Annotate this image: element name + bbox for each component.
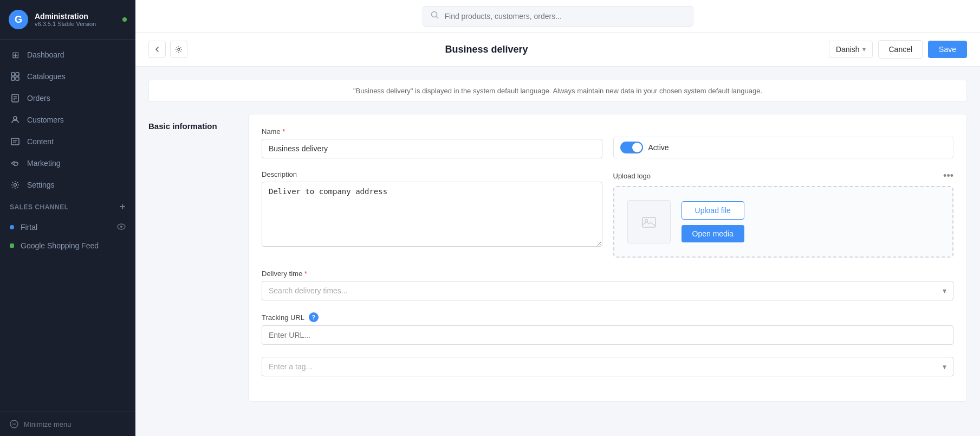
- image-preview: [627, 200, 671, 243]
- channel-label: Google Shopping Feed: [21, 241, 99, 250]
- sidebar-item-label: Content: [27, 137, 54, 146]
- sidebar-item-label: Customers: [27, 116, 64, 124]
- tag-dropdown[interactable]: Enter a tag... ▾: [262, 357, 953, 376]
- sidebar-item-customers[interactable]: Customers: [0, 109, 135, 131]
- minimize-label: Minimize menu: [24, 420, 71, 428]
- upload-file-button[interactable]: Upload file: [682, 201, 744, 220]
- name-group: Name *: [262, 127, 602, 158]
- name-input[interactable]: [262, 139, 602, 158]
- delivery-time-row: Delivery time * Search delivery times...…: [262, 270, 953, 300]
- main-content: Business delivery Danish ▾ Cancel Save "…: [135, 0, 980, 436]
- sidebar-nav: ⊞ Dashboard Catalogues Orders Customers: [0, 40, 135, 412]
- marketing-icon: [10, 158, 21, 169]
- sidebar-item-content[interactable]: Content: [0, 131, 135, 152]
- orders-icon: [10, 93, 21, 104]
- delivery-time-dropdown[interactable]: Search delivery times... ▾: [262, 281, 953, 300]
- search-input[interactable]: [445, 12, 685, 21]
- upload-section: Upload logo ••• Upload file Open media: [613, 170, 954, 258]
- sales-channel-label: Sales Channel: [10, 203, 69, 211]
- catalogues-icon: [10, 71, 21, 82]
- sidebar-item-catalogues[interactable]: Catalogues: [0, 66, 135, 87]
- content-icon: [10, 136, 21, 147]
- tracking-url-header: Tracking URL ?: [262, 312, 953, 322]
- settings-page-button[interactable]: [170, 41, 187, 58]
- tag-placeholder: Enter a tag...: [269, 362, 312, 371]
- form-label-col: Basic information: [148, 114, 235, 402]
- required-indicator: *: [304, 270, 307, 278]
- open-media-button[interactable]: Open media: [682, 225, 744, 242]
- chevron-down-icon: ▾: [943, 362, 946, 371]
- search-container: [423, 6, 693, 27]
- active-toggle[interactable]: [620, 142, 643, 153]
- back-button[interactable]: [148, 41, 166, 58]
- language-dropdown[interactable]: Danish ▾: [829, 41, 873, 58]
- svg-point-12: [14, 184, 17, 187]
- svg-rect-2: [11, 77, 15, 80]
- svg-point-14: [120, 226, 122, 228]
- svg-rect-3: [16, 77, 19, 80]
- dashboard-icon: ⊞: [10, 49, 21, 60]
- info-banner-text: "Business delivery" is displayed in the …: [353, 87, 762, 95]
- tag-row: Enter a tag... ▾: [262, 357, 953, 376]
- upload-logo-label: Upload logo: [613, 172, 651, 180]
- chevron-down-icon: ▾: [943, 286, 946, 295]
- svg-rect-0: [11, 73, 15, 76]
- channel-dot-google: [10, 243, 14, 248]
- channel-dot: [10, 225, 14, 229]
- sidebar-item-label: Settings: [27, 181, 55, 189]
- active-toggle-group: Active: [613, 137, 954, 158]
- tracking-url-row: Tracking URL ?: [262, 312, 953, 345]
- tracking-url-label: Tracking URL: [262, 313, 304, 322]
- toggle-thumb: [632, 143, 642, 152]
- svg-rect-1: [16, 73, 19, 76]
- eye-icon[interactable]: [117, 223, 126, 232]
- upload-header: Upload logo •••: [613, 170, 954, 182]
- form-card: Name * Active: [248, 114, 967, 402]
- info-banner: "Business delivery" is displayed in the …: [148, 80, 967, 102]
- status-indicator: [122, 17, 127, 22]
- required-indicator: *: [282, 127, 285, 136]
- add-channel-icon[interactable]: +: [120, 201, 126, 213]
- content-area: "Business delivery" is displayed in the …: [135, 67, 980, 436]
- svg-point-17: [431, 11, 437, 17]
- active-group: Active: [613, 127, 954, 158]
- page-title: Business delivery: [195, 44, 778, 55]
- more-options-button[interactable]: •••: [943, 170, 953, 182]
- tracking-url-input[interactable]: [262, 325, 953, 345]
- svg-point-8: [14, 117, 17, 120]
- sidebar-item-dashboard[interactable]: ⊞ Dashboard: [0, 44, 135, 66]
- topbar: [135, 0, 980, 33]
- upload-area: Upload file Open media: [613, 186, 954, 258]
- channel-label: Firtal: [21, 223, 37, 232]
- sidebar-item-google-shopping[interactable]: Google Shopping Feed: [0, 236, 135, 255]
- sidebar-footer: Minimize menu: [0, 412, 135, 436]
- app-logo: G: [9, 10, 28, 29]
- sidebar-item-label: Dashboard: [27, 50, 64, 59]
- desc-upload-row: Description Deliver to company address U…: [262, 170, 953, 258]
- delivery-time-label: Delivery time *: [262, 270, 953, 278]
- minimize-menu-button[interactable]: Minimize menu: [10, 420, 126, 428]
- page-header: Business delivery Danish ▾ Cancel Save: [135, 33, 980, 67]
- sidebar-item-marketing[interactable]: Marketing: [0, 152, 135, 174]
- app-version: v6.3.5.1 Stable Version: [35, 21, 96, 27]
- delivery-time-placeholder: Search delivery times...: [269, 286, 348, 295]
- sales-channel-header: Sales Channel +: [0, 196, 135, 218]
- sidebar-item-settings[interactable]: Settings: [0, 174, 135, 196]
- description-group: Description Deliver to company address: [262, 170, 602, 258]
- sidebar-item-firtal[interactable]: Firtal: [0, 218, 135, 236]
- language-value: Danish: [836, 45, 860, 54]
- save-button[interactable]: Save: [928, 41, 967, 58]
- sidebar: G Administration v6.3.5.1 Stable Version…: [0, 0, 135, 436]
- svg-rect-9: [11, 138, 19, 145]
- cancel-button[interactable]: Cancel: [878, 40, 923, 59]
- sidebar-header: G Administration v6.3.5.1 Stable Version: [0, 0, 135, 40]
- settings-icon: [10, 179, 21, 190]
- chevron-down-icon: ▾: [862, 46, 866, 53]
- upload-buttons: Upload file Open media: [682, 201, 744, 242]
- sidebar-item-label: Marketing: [27, 159, 60, 168]
- app-title: Administration: [35, 12, 96, 21]
- sidebar-item-orders[interactable]: Orders: [0, 87, 135, 109]
- header-nav: [148, 41, 187, 58]
- description-textarea[interactable]: Deliver to company address: [262, 182, 602, 247]
- customers-icon: [10, 114, 21, 125]
